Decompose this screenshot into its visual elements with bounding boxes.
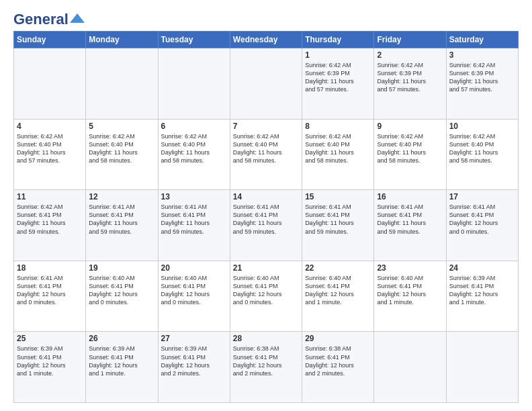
calendar-cell: 25Sunrise: 6:39 AM Sunset: 6:41 PM Dayli… xyxy=(14,332,86,403)
day-info: Sunrise: 6:42 AM Sunset: 6:39 PM Dayligh… xyxy=(377,61,443,94)
calendar-cell: 22Sunrise: 6:40 AM Sunset: 6:41 PM Dayli… xyxy=(302,261,374,332)
day-number: 16 xyxy=(377,192,443,201)
logo-icon xyxy=(70,13,85,23)
day-info: Sunrise: 6:39 AM Sunset: 6:41 PM Dayligh… xyxy=(161,345,227,377)
day-info: Sunrise: 6:42 AM Sunset: 6:40 PM Dayligh… xyxy=(233,132,299,165)
day-number: 8 xyxy=(305,122,371,131)
calendar-cell: 10Sunrise: 6:42 AM Sunset: 6:40 PM Dayli… xyxy=(446,119,518,190)
day-number: 18 xyxy=(17,263,83,273)
calendar-cell: 12Sunrise: 6:41 AM Sunset: 6:41 PM Dayli… xyxy=(86,190,158,261)
day-number: 5 xyxy=(89,122,154,131)
calendar-cell xyxy=(86,48,158,120)
day-info: Sunrise: 6:42 AM Sunset: 6:39 PM Dayligh… xyxy=(305,61,371,94)
day-number: 7 xyxy=(233,122,299,131)
day-info: Sunrise: 6:39 AM Sunset: 6:41 PM Dayligh… xyxy=(89,345,154,377)
day-number: 21 xyxy=(233,263,299,273)
day-info: Sunrise: 6:42 AM Sunset: 6:40 PM Dayligh… xyxy=(449,132,515,165)
day-info: Sunrise: 6:42 AM Sunset: 6:40 PM Dayligh… xyxy=(17,132,83,165)
day-info: Sunrise: 6:41 AM Sunset: 6:41 PM Dayligh… xyxy=(449,203,515,236)
calendar-cell: 21Sunrise: 6:40 AM Sunset: 6:41 PM Dayli… xyxy=(230,261,302,332)
day-number: 15 xyxy=(305,192,371,201)
day-info: Sunrise: 6:42 AM Sunset: 6:39 PM Dayligh… xyxy=(449,61,515,94)
calendar-week-row: 11Sunrise: 6:42 AM Sunset: 6:41 PM Dayli… xyxy=(14,190,519,261)
day-number: 24 xyxy=(449,263,515,273)
calendar-day-header: Monday xyxy=(86,32,158,48)
calendar-table: SundayMondayTuesdayWednesdayThursdayFrid… xyxy=(13,31,519,403)
calendar-day-header: Friday xyxy=(374,32,446,48)
calendar-week-row: 18Sunrise: 6:41 AM Sunset: 6:41 PM Dayli… xyxy=(14,261,519,332)
calendar-cell: 27Sunrise: 6:39 AM Sunset: 6:41 PM Dayli… xyxy=(158,332,230,403)
calendar-cell: 18Sunrise: 6:41 AM Sunset: 6:41 PM Dayli… xyxy=(14,261,86,332)
day-info: Sunrise: 6:42 AM Sunset: 6:40 PM Dayligh… xyxy=(305,132,371,165)
calendar-cell: 15Sunrise: 6:41 AM Sunset: 6:41 PM Dayli… xyxy=(302,190,374,261)
calendar-day-header: Saturday xyxy=(446,32,518,48)
calendar-cell xyxy=(230,48,302,120)
day-number: 29 xyxy=(305,334,371,343)
day-info: Sunrise: 6:42 AM Sunset: 6:40 PM Dayligh… xyxy=(161,132,227,165)
day-info: Sunrise: 6:40 AM Sunset: 6:41 PM Dayligh… xyxy=(89,274,154,307)
calendar-cell xyxy=(158,48,230,120)
calendar-cell: 7Sunrise: 6:42 AM Sunset: 6:40 PM Daylig… xyxy=(230,119,302,190)
day-number: 10 xyxy=(449,122,515,131)
day-info: Sunrise: 6:39 AM Sunset: 6:41 PM Dayligh… xyxy=(17,345,83,377)
calendar-cell: 4Sunrise: 6:42 AM Sunset: 6:40 PM Daylig… xyxy=(14,119,86,190)
calendar-day-header: Thursday xyxy=(302,32,374,48)
day-number: 13 xyxy=(161,192,227,201)
day-number: 12 xyxy=(89,192,154,201)
calendar-week-row: 1Sunrise: 6:42 AM Sunset: 6:39 PM Daylig… xyxy=(14,48,519,120)
day-info: Sunrise: 6:41 AM Sunset: 6:41 PM Dayligh… xyxy=(233,203,299,236)
day-info: Sunrise: 6:40 AM Sunset: 6:41 PM Dayligh… xyxy=(377,274,443,307)
day-info: Sunrise: 6:40 AM Sunset: 6:41 PM Dayligh… xyxy=(161,274,227,307)
calendar-cell: 26Sunrise: 6:39 AM Sunset: 6:41 PM Dayli… xyxy=(86,332,158,403)
day-info: Sunrise: 6:39 AM Sunset: 6:41 PM Dayligh… xyxy=(449,274,515,307)
calendar-cell: 5Sunrise: 6:42 AM Sunset: 6:40 PM Daylig… xyxy=(86,119,158,190)
calendar-cell: 11Sunrise: 6:42 AM Sunset: 6:41 PM Dayli… xyxy=(14,190,86,261)
day-number: 14 xyxy=(233,192,299,201)
day-number: 17 xyxy=(449,192,515,201)
day-number: 26 xyxy=(89,334,154,343)
day-info: Sunrise: 6:38 AM Sunset: 6:41 PM Dayligh… xyxy=(233,345,299,377)
calendar-cell xyxy=(374,332,446,403)
day-info: Sunrise: 6:42 AM Sunset: 6:40 PM Dayligh… xyxy=(89,132,154,165)
calendar-cell: 14Sunrise: 6:41 AM Sunset: 6:41 PM Dayli… xyxy=(230,190,302,261)
day-number: 28 xyxy=(233,334,299,343)
day-number: 23 xyxy=(377,263,443,273)
calendar-cell: 9Sunrise: 6:42 AM Sunset: 6:40 PM Daylig… xyxy=(374,119,446,190)
calendar-cell: 29Sunrise: 6:38 AM Sunset: 6:41 PM Dayli… xyxy=(302,332,374,403)
day-number: 11 xyxy=(17,192,83,201)
day-number: 20 xyxy=(161,263,227,273)
calendar-cell xyxy=(14,48,86,120)
day-number: 27 xyxy=(161,334,227,343)
day-info: Sunrise: 6:40 AM Sunset: 6:41 PM Dayligh… xyxy=(233,274,299,307)
calendar-cell: 6Sunrise: 6:42 AM Sunset: 6:40 PM Daylig… xyxy=(158,119,230,190)
day-number: 19 xyxy=(89,263,154,273)
logo: General xyxy=(13,11,85,26)
day-number: 2 xyxy=(377,50,443,60)
calendar-cell: 23Sunrise: 6:40 AM Sunset: 6:41 PM Dayli… xyxy=(374,261,446,332)
day-info: Sunrise: 6:41 AM Sunset: 6:41 PM Dayligh… xyxy=(17,274,83,307)
calendar-cell: 3Sunrise: 6:42 AM Sunset: 6:39 PM Daylig… xyxy=(446,48,518,120)
day-info: Sunrise: 6:42 AM Sunset: 6:41 PM Dayligh… xyxy=(17,203,83,236)
calendar-cell: 1Sunrise: 6:42 AM Sunset: 6:39 PM Daylig… xyxy=(302,48,374,120)
calendar-cell: 16Sunrise: 6:41 AM Sunset: 6:41 PM Dayli… xyxy=(374,190,446,261)
day-number: 3 xyxy=(449,50,515,60)
day-info: Sunrise: 6:42 AM Sunset: 6:40 PM Dayligh… xyxy=(377,132,443,165)
calendar-cell: 8Sunrise: 6:42 AM Sunset: 6:40 PM Daylig… xyxy=(302,119,374,190)
header: General xyxy=(13,11,519,26)
calendar-cell: 20Sunrise: 6:40 AM Sunset: 6:41 PM Dayli… xyxy=(158,261,230,332)
calendar-week-row: 4Sunrise: 6:42 AM Sunset: 6:40 PM Daylig… xyxy=(14,119,519,190)
calendar-cell: 24Sunrise: 6:39 AM Sunset: 6:41 PM Dayli… xyxy=(446,261,518,332)
page: General SundayMondayTuesdayWednesdayThur… xyxy=(0,0,532,411)
calendar-day-header: Tuesday xyxy=(158,32,230,48)
day-number: 25 xyxy=(17,334,83,343)
calendar-cell: 17Sunrise: 6:41 AM Sunset: 6:41 PM Dayli… xyxy=(446,190,518,261)
day-info: Sunrise: 6:41 AM Sunset: 6:41 PM Dayligh… xyxy=(161,203,227,236)
calendar-cell xyxy=(446,332,518,403)
calendar-week-row: 25Sunrise: 6:39 AM Sunset: 6:41 PM Dayli… xyxy=(14,332,519,403)
calendar-cell: 2Sunrise: 6:42 AM Sunset: 6:39 PM Daylig… xyxy=(374,48,446,120)
day-number: 1 xyxy=(305,50,371,60)
day-number: 9 xyxy=(377,122,443,131)
day-info: Sunrise: 6:38 AM Sunset: 6:41 PM Dayligh… xyxy=(305,345,371,377)
day-info: Sunrise: 6:41 AM Sunset: 6:41 PM Dayligh… xyxy=(89,203,154,236)
svg-marker-0 xyxy=(70,13,85,23)
